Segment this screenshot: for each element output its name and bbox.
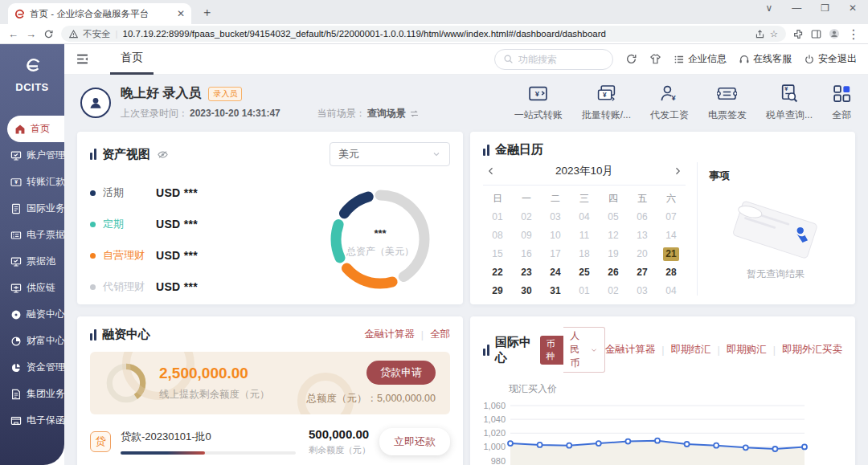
tab-home[interactable]: 首页: [110, 44, 154, 75]
sidebar-item-供应链[interactable]: 供应链: [0, 275, 64, 301]
browser-tab[interactable]: 首页 - 企业综合金融服务平台 ✕: [8, 3, 191, 24]
repay-button[interactable]: 立即还款: [379, 428, 450, 455]
calendar-day[interactable]: 04: [657, 284, 686, 298]
quick-action-代发工资[interactable]: ¥代发工资: [650, 84, 689, 122]
calendar-next-icon[interactable]: [673, 166, 682, 176]
calendar-day[interactable]: 03: [628, 284, 657, 298]
calendar-day[interactable]: 30: [512, 284, 541, 298]
menu-safe-logout[interactable]: 安全退出: [804, 52, 857, 66]
legend-item[interactable]: 定期USD ***: [90, 217, 320, 231]
quick-action-全部[interactable]: 全部: [832, 84, 852, 122]
legend-item[interactable]: 活期USD ***: [90, 186, 320, 200]
calendar-day[interactable]: 04: [570, 210, 599, 224]
calendar-day[interactable]: 19: [599, 247, 628, 261]
calendar-day[interactable]: 25: [570, 266, 599, 279]
share-icon[interactable]: [755, 29, 765, 39]
menu-enterprise-info[interactable]: 企业信息: [674, 52, 727, 66]
browser-menu-icon[interactable]: ⋮: [847, 27, 860, 42]
calendar-day[interactable]: 13: [628, 229, 657, 243]
quick-action-批量转账/...[interactable]: ¥批量转账/...: [582, 84, 631, 122]
link-即期结汇[interactable]: 即期结汇: [671, 343, 711, 357]
calendar-day[interactable]: 20: [628, 247, 657, 261]
link-即期外汇买卖[interactable]: 即期外汇买卖: [782, 343, 842, 357]
calendar-day[interactable]: 02: [512, 210, 541, 224]
calendar-day[interactable]: 24: [541, 266, 570, 279]
tab-close-icon[interactable]: ✕: [177, 8, 185, 19]
legend-item[interactable]: 代销理财USD ***: [90, 279, 320, 294]
eye-off-icon[interactable]: [157, 149, 169, 161]
loan-apply-button[interactable]: 贷款申请: [366, 361, 436, 385]
calendar-day[interactable]: 22: [483, 266, 512, 279]
calendar-day[interactable]: 08: [483, 229, 512, 243]
calendar-day[interactable]: 11: [570, 229, 599, 243]
calendar-day[interactable]: 18: [570, 247, 599, 261]
calendar-day[interactable]: 17: [541, 247, 570, 261]
quick-action-税单查询...[interactable]: ¥税单查询...: [766, 84, 813, 122]
sidebar-item-账户管理[interactable]: 账户管理: [0, 142, 64, 169]
calendar-day[interactable]: 23: [512, 266, 541, 279]
side-panel-icon[interactable]: [811, 29, 821, 39]
calendar-day[interactable]: 01: [570, 284, 599, 298]
profile-avatar-icon[interactable]: [829, 28, 840, 39]
calendar-day[interactable]: 14: [657, 229, 686, 243]
sidebar-item-电子保函[interactable]: 电子保函: [0, 407, 64, 434]
window-close-icon[interactable]: ✕: [849, 2, 857, 14]
window-chevron-icon[interactable]: ∨: [765, 2, 772, 14]
calendar-day[interactable]: 16: [512, 247, 541, 261]
calendar-day[interactable]: 12: [599, 229, 628, 243]
avatar[interactable]: [80, 88, 111, 118]
search-input[interactable]: [518, 54, 604, 65]
svg-text:¥: ¥: [535, 90, 540, 98]
new-tab-button[interactable]: ＋: [201, 5, 213, 20]
sidebar-item-首页[interactable]: 首页: [7, 116, 64, 142]
calendar-day[interactable]: 27: [628, 266, 657, 279]
calendar-prev-icon[interactable]: [486, 166, 496, 176]
bookmark-star-icon[interactable]: ☆: [770, 28, 778, 39]
extensions-icon[interactable]: [793, 29, 804, 39]
calendar-day[interactable]: 02: [599, 284, 628, 298]
calendar-day[interactable]: 03: [541, 210, 570, 224]
sidebar-item-转账汇款[interactable]: ¥转账汇款: [0, 169, 64, 195]
window-minimize-icon[interactable]: —: [792, 2, 801, 14]
scene-switch-icon[interactable]: [409, 108, 420, 119]
calendar-day[interactable]: 06: [628, 210, 657, 224]
calendar-day[interactable]: 28: [657, 266, 686, 279]
quick-action-电票签发[interactable]: 电票签发: [708, 84, 747, 122]
link-全部[interactable]: 全部: [430, 328, 450, 341]
loan-row: 贷 贷款-20230101-批0 500,000.00 剩余额度（元） 立即还款: [90, 427, 450, 456]
calendar-day[interactable]: 10: [541, 229, 570, 243]
collapse-menu-icon[interactable]: [76, 52, 89, 66]
link-金融计算器[interactable]: 金融计算器: [364, 328, 415, 341]
theme-icon[interactable]: [649, 53, 661, 65]
calendar-day[interactable]: 31: [541, 284, 570, 298]
back-icon[interactable]: ←: [8, 29, 18, 39]
quick-action-一站式转账[interactable]: ¥一站式转账: [514, 84, 563, 122]
calendar-day[interactable]: 26: [599, 266, 628, 279]
calendar-day[interactable]: 15: [483, 247, 512, 261]
calendar-day[interactable]: 21: [663, 247, 679, 261]
function-search[interactable]: [494, 49, 613, 70]
calendar-day[interactable]: 07: [657, 210, 686, 224]
window-maximize-icon[interactable]: ❒: [821, 2, 829, 14]
sidebar-item-资金管理[interactable]: 资金管理: [0, 354, 64, 381]
forward-icon[interactable]: →: [26, 29, 36, 39]
sidebar-item-财富中心[interactable]: 财富中心: [0, 328, 64, 354]
address-bar[interactable]: 不安全 | 10.7.19.22:8999/fpaas_bucket/94154…: [61, 26, 786, 42]
link-金融计算器[interactable]: 金融计算器: [605, 343, 656, 357]
legend-item[interactable]: 自营理财USD ***: [90, 248, 320, 263]
calendar-day[interactable]: 09: [512, 229, 541, 243]
link-即期购汇[interactable]: 即期购汇: [727, 343, 767, 357]
reload-icon[interactable]: [43, 29, 54, 39]
menu-online-service[interactable]: 在线客服: [739, 52, 792, 66]
sidebar-item-电子票据[interactable]: 电子票据: [0, 222, 64, 248]
sidebar-item-国际业务[interactable]: 国际业务: [0, 195, 64, 222]
currency-tag-select[interactable]: 人民币: [563, 327, 605, 373]
currency-select[interactable]: 美元: [330, 142, 450, 166]
sidebar-item-集团业务[interactable]: 集团业务: [0, 381, 64, 407]
sidebar-item-票据池[interactable]: 票据池: [0, 248, 64, 275]
calendar-day[interactable]: 01: [483, 210, 512, 224]
sidebar-item-融资中心[interactable]: 融资中心: [0, 301, 64, 328]
refresh-icon[interactable]: [625, 53, 637, 65]
calendar-day[interactable]: 05: [599, 210, 628, 224]
calendar-day[interactable]: 29: [483, 284, 512, 298]
